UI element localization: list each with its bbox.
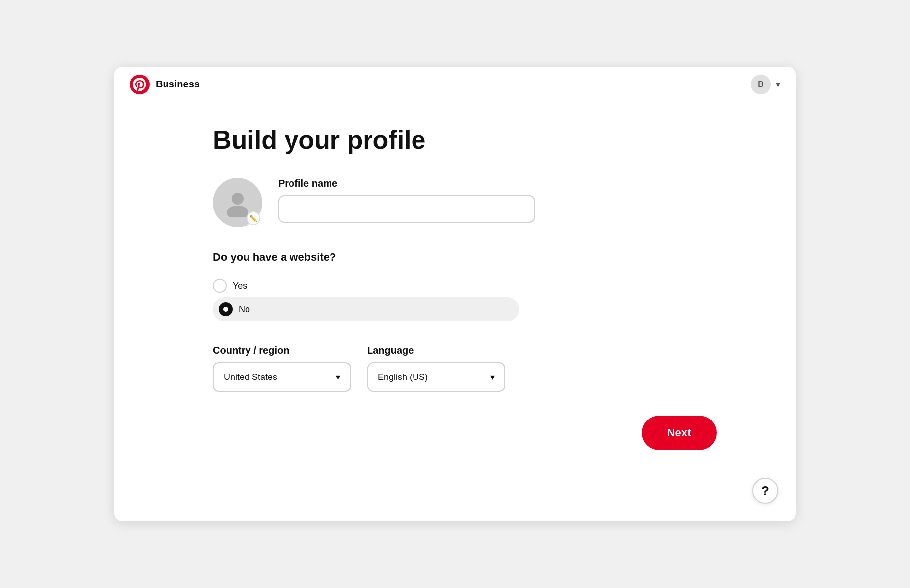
avatar-upload: ✏️ [213,178,262,227]
page-title: Build your profile [213,126,756,154]
radio-label-yes: Yes [233,281,247,291]
website-section-title: Do you have a website? [213,251,756,264]
header-left: Business [130,75,200,94]
website-radio-group: Yes No [213,274,756,321]
radio-label-no: No [239,304,250,315]
country-label: Country / region [213,345,351,356]
pinterest-logo-icon [130,75,150,94]
select-row: Country / region United States ▾ Languag… [213,345,756,392]
next-button-container: Next [213,416,756,450]
radio-circle-no [219,302,233,316]
help-button[interactable]: ? [752,478,778,504]
svg-point-1 [232,193,244,205]
business-label: Business [156,79,200,90]
header-chevron-icon[interactable]: ▾ [776,79,780,90]
profile-name-field: Profile name [278,178,535,223]
header: Business B ▾ [114,67,796,102]
website-section: Do you have a website? Yes No [213,251,756,321]
language-value: English (US) [378,372,428,382]
country-chevron-icon: ▾ [336,372,340,382]
country-dropdown[interactable]: United States ▾ [213,362,351,392]
next-button[interactable]: Next [642,416,717,450]
country-value: United States [224,372,277,382]
header-right: B ▾ [751,75,780,94]
user-avatar[interactable]: B [751,75,771,94]
language-group: Language English (US) ▾ [367,345,505,392]
profile-name-input[interactable] [278,195,535,223]
language-chevron-icon: ▾ [490,372,495,382]
svg-point-2 [227,206,248,217]
app-window: Business B ▾ Build your profile ✏️ [114,67,796,521]
edit-avatar-button[interactable]: ✏️ [247,211,260,225]
radio-option-no[interactable]: No [213,297,519,321]
main-content: Build your profile ✏️ Profile name [114,102,796,480]
profile-section: ✏️ Profile name [213,178,756,227]
country-group: Country / region United States ▾ [213,345,351,392]
radio-option-yes[interactable]: Yes [213,274,756,297]
language-label: Language [367,345,505,356]
user-silhouette-icon [223,188,252,217]
profile-name-label: Profile name [278,178,535,189]
language-dropdown[interactable]: English (US) ▾ [367,362,505,392]
radio-circle-yes [213,279,227,293]
